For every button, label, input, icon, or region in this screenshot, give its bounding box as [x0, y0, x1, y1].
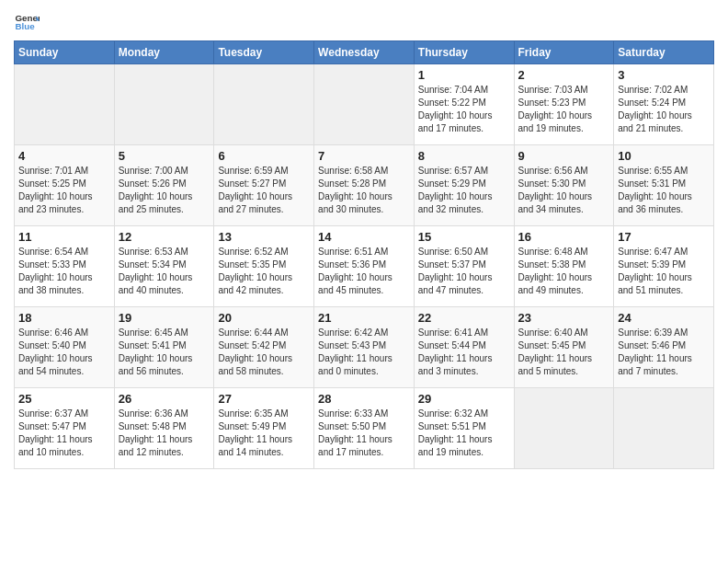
calendar-cell: 9Sunrise: 6:56 AM Sunset: 5:30 PM Daylig… — [514, 145, 614, 226]
day-number: 13 — [218, 230, 310, 244]
day-number: 7 — [318, 149, 410, 163]
calendar-cell: 29Sunrise: 6:32 AM Sunset: 5:51 PM Dayli… — [414, 388, 514, 469]
calendar-table: SundayMondayTuesdayWednesdayThursdayFrid… — [14, 40, 714, 469]
calendar-cell — [214, 64, 314, 145]
day-info: Sunrise: 6:42 AM Sunset: 5:43 PM Dayligh… — [318, 327, 410, 378]
weekday-header-saturday: Saturday — [614, 41, 714, 64]
calendar-cell — [15, 64, 115, 145]
calendar-cell: 2Sunrise: 7:03 AM Sunset: 5:23 PM Daylig… — [514, 64, 614, 145]
day-info: Sunrise: 6:51 AM Sunset: 5:36 PM Dayligh… — [318, 246, 410, 297]
day-number: 18 — [18, 311, 110, 325]
day-info: Sunrise: 6:55 AM Sunset: 5:31 PM Dayligh… — [618, 165, 710, 216]
weekday-header-tuesday: Tuesday — [214, 41, 314, 64]
day-number: 11 — [18, 230, 110, 244]
header: General Blue — [14, 9, 714, 35]
day-info: Sunrise: 6:45 AM Sunset: 5:41 PM Dayligh… — [119, 327, 210, 378]
day-info: Sunrise: 6:47 AM Sunset: 5:39 PM Dayligh… — [618, 246, 710, 297]
weekday-header-row: SundayMondayTuesdayWednesdayThursdayFrid… — [15, 41, 714, 64]
week-row-3: 11Sunrise: 6:54 AM Sunset: 5:33 PM Dayli… — [15, 226, 714, 307]
calendar-cell: 27Sunrise: 6:35 AM Sunset: 5:49 PM Dayli… — [214, 388, 314, 469]
day-number: 1 — [418, 68, 510, 82]
calendar-cell: 5Sunrise: 7:00 AM Sunset: 5:26 PM Daylig… — [114, 145, 214, 226]
calendar-cell: 20Sunrise: 6:44 AM Sunset: 5:42 PM Dayli… — [214, 307, 314, 388]
day-number: 19 — [119, 311, 210, 325]
day-info: Sunrise: 6:53 AM Sunset: 5:34 PM Dayligh… — [119, 246, 210, 297]
weekday-header-friday: Friday — [514, 41, 614, 64]
calendar-cell: 28Sunrise: 6:33 AM Sunset: 5:50 PM Dayli… — [314, 388, 415, 469]
weekday-header-monday: Monday — [114, 41, 214, 64]
day-number: 17 — [618, 230, 710, 244]
day-info: Sunrise: 6:36 AM Sunset: 5:48 PM Dayligh… — [119, 408, 210, 459]
day-info: Sunrise: 7:01 AM Sunset: 5:25 PM Dayligh… — [18, 165, 110, 216]
calendar-cell: 3Sunrise: 7:02 AM Sunset: 5:24 PM Daylig… — [614, 64, 714, 145]
calendar-cell: 16Sunrise: 6:48 AM Sunset: 5:38 PM Dayli… — [514, 226, 614, 307]
day-info: Sunrise: 7:04 AM Sunset: 5:22 PM Dayligh… — [418, 84, 510, 135]
calendar-cell: 6Sunrise: 6:59 AM Sunset: 5:27 PM Daylig… — [214, 145, 314, 226]
calendar-cell: 8Sunrise: 6:57 AM Sunset: 5:29 PM Daylig… — [414, 145, 514, 226]
calendar-cell: 1Sunrise: 7:04 AM Sunset: 5:22 PM Daylig… — [414, 64, 514, 145]
day-number: 23 — [518, 311, 610, 325]
day-info: Sunrise: 6:50 AM Sunset: 5:37 PM Dayligh… — [418, 246, 510, 297]
day-number: 10 — [618, 149, 710, 163]
day-number: 26 — [119, 392, 210, 406]
weekday-header-wednesday: Wednesday — [314, 41, 415, 64]
calendar-cell: 12Sunrise: 6:53 AM Sunset: 5:34 PM Dayli… — [114, 226, 214, 307]
day-info: Sunrise: 6:59 AM Sunset: 5:27 PM Dayligh… — [218, 165, 310, 216]
weekday-header-thursday: Thursday — [414, 41, 514, 64]
day-info: Sunrise: 6:40 AM Sunset: 5:45 PM Dayligh… — [518, 327, 610, 378]
day-info: Sunrise: 6:41 AM Sunset: 5:44 PM Dayligh… — [418, 327, 510, 378]
weekday-header-sunday: Sunday — [15, 41, 115, 64]
calendar-cell — [114, 64, 214, 145]
day-info: Sunrise: 6:39 AM Sunset: 5:46 PM Dayligh… — [618, 327, 710, 378]
calendar-cell: 15Sunrise: 6:50 AM Sunset: 5:37 PM Dayli… — [414, 226, 514, 307]
day-info: Sunrise: 6:52 AM Sunset: 5:35 PM Dayligh… — [218, 246, 310, 297]
calendar-cell — [614, 388, 714, 469]
day-info: Sunrise: 7:03 AM Sunset: 5:23 PM Dayligh… — [518, 84, 610, 135]
day-info: Sunrise: 6:44 AM Sunset: 5:42 PM Dayligh… — [218, 327, 310, 378]
logo-icon: General Blue — [14, 9, 40, 35]
calendar-cell: 14Sunrise: 6:51 AM Sunset: 5:36 PM Dayli… — [314, 226, 415, 307]
calendar-cell: 7Sunrise: 6:58 AM Sunset: 5:28 PM Daylig… — [314, 145, 415, 226]
calendar-cell: 25Sunrise: 6:37 AM Sunset: 5:47 PM Dayli… — [15, 388, 115, 469]
page-container: General Blue SundayMondayTuesdayWednesda… — [0, 0, 728, 477]
day-number: 28 — [318, 392, 410, 406]
calendar-cell: 11Sunrise: 6:54 AM Sunset: 5:33 PM Dayli… — [15, 226, 115, 307]
day-number: 9 — [518, 149, 610, 163]
calendar-cell — [314, 64, 415, 145]
calendar-cell: 19Sunrise: 6:45 AM Sunset: 5:41 PM Dayli… — [114, 307, 214, 388]
week-row-1: 1Sunrise: 7:04 AM Sunset: 5:22 PM Daylig… — [15, 64, 714, 145]
calendar-cell: 13Sunrise: 6:52 AM Sunset: 5:35 PM Dayli… — [214, 226, 314, 307]
day-number: 27 — [218, 392, 310, 406]
day-info: Sunrise: 7:02 AM Sunset: 5:24 PM Dayligh… — [618, 84, 710, 135]
day-info: Sunrise: 6:58 AM Sunset: 5:28 PM Dayligh… — [318, 165, 410, 216]
day-info: Sunrise: 6:32 AM Sunset: 5:51 PM Dayligh… — [418, 408, 510, 459]
calendar-cell: 4Sunrise: 7:01 AM Sunset: 5:25 PM Daylig… — [15, 145, 115, 226]
day-info: Sunrise: 6:33 AM Sunset: 5:50 PM Dayligh… — [318, 408, 410, 459]
day-info: Sunrise: 6:37 AM Sunset: 5:47 PM Dayligh… — [18, 408, 110, 459]
calendar-cell: 18Sunrise: 6:46 AM Sunset: 5:40 PM Dayli… — [15, 307, 115, 388]
day-number: 2 — [518, 68, 610, 82]
day-number: 22 — [418, 311, 510, 325]
day-info: Sunrise: 6:48 AM Sunset: 5:38 PM Dayligh… — [518, 246, 610, 297]
calendar-cell — [514, 388, 614, 469]
day-info: Sunrise: 6:35 AM Sunset: 5:49 PM Dayligh… — [218, 408, 310, 459]
day-number: 25 — [18, 392, 110, 406]
day-number: 29 — [418, 392, 510, 406]
calendar-cell: 24Sunrise: 6:39 AM Sunset: 5:46 PM Dayli… — [614, 307, 714, 388]
day-number: 20 — [218, 311, 310, 325]
day-number: 14 — [318, 230, 410, 244]
day-number: 21 — [318, 311, 410, 325]
week-row-2: 4Sunrise: 7:01 AM Sunset: 5:25 PM Daylig… — [15, 145, 714, 226]
day-number: 24 — [618, 311, 710, 325]
day-info: Sunrise: 6:56 AM Sunset: 5:30 PM Dayligh… — [518, 165, 610, 216]
day-number: 12 — [119, 230, 210, 244]
day-info: Sunrise: 6:54 AM Sunset: 5:33 PM Dayligh… — [18, 246, 110, 297]
day-number: 4 — [18, 149, 110, 163]
calendar-cell: 23Sunrise: 6:40 AM Sunset: 5:45 PM Dayli… — [514, 307, 614, 388]
svg-text:Blue: Blue — [15, 21, 35, 31]
calendar-cell: 22Sunrise: 6:41 AM Sunset: 5:44 PM Dayli… — [414, 307, 514, 388]
logo: General Blue — [14, 9, 43, 35]
calendar-cell: 17Sunrise: 6:47 AM Sunset: 5:39 PM Dayli… — [614, 226, 714, 307]
calendar-cell: 10Sunrise: 6:55 AM Sunset: 5:31 PM Dayli… — [614, 145, 714, 226]
day-number: 5 — [119, 149, 210, 163]
